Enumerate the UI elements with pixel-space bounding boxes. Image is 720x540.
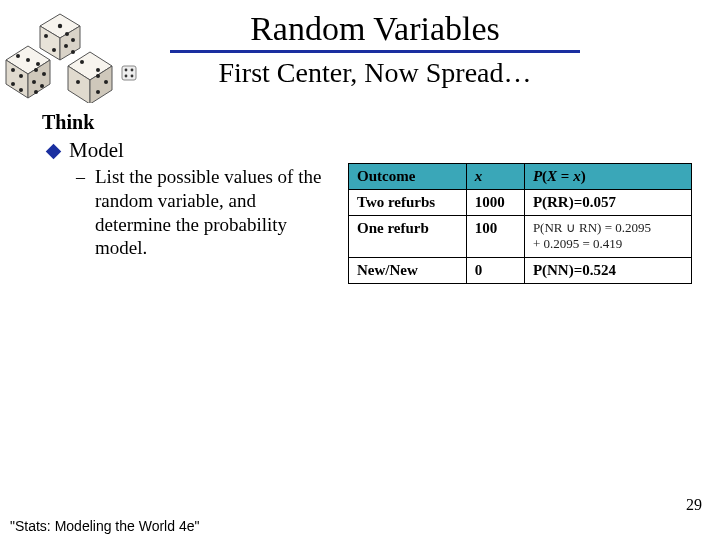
slide-header: Random Variables First Center, Now Sprea… — [0, 0, 720, 89]
sub-bullet-text: List the possible values of the random v… — [95, 165, 332, 260]
page-number: 29 — [686, 496, 702, 514]
bullet-model-label: Model — [69, 138, 124, 163]
sub-bullet-row: – List the possible values of the random… — [76, 165, 332, 260]
dash-bullet-icon: – — [76, 167, 85, 188]
left-column: Think Model – List the possible values o… — [42, 111, 332, 260]
bullet-model: Model — [48, 138, 332, 163]
right-column: Outcome x P(X = x) Two refurbs 1000 P(RR… — [348, 111, 692, 284]
union-formula-line1: P(NR ∪ RN) = 0.2095 — [533, 220, 683, 236]
footer-citation: "Stats: Modeling the World 4e" — [10, 518, 199, 534]
table-row: New/New 0 P(NN)=0.524 — [349, 258, 692, 284]
think-heading: Think — [42, 111, 332, 134]
table-header-row: Outcome x P(X = x) — [349, 164, 692, 190]
cell-outcome: Two refurbs — [349, 190, 467, 216]
cell-outcome: One refurb — [349, 216, 467, 258]
slide-title: Random Variables — [170, 10, 580, 53]
cell-px: P(NR ∪ RN) = 0.2095 + 0.2095 = 0.419 — [524, 216, 691, 258]
slide-subtitle: First Center, Now Spread… — [30, 57, 720, 89]
th-outcome: Outcome — [349, 164, 467, 190]
cell-x: 0 — [466, 258, 524, 284]
cell-x: 100 — [466, 216, 524, 258]
diamond-bullet-icon — [46, 144, 62, 160]
probability-table: Outcome x P(X = x) Two refurbs 1000 P(RR… — [348, 163, 692, 284]
union-formula-line2: + 0.2095 = 0.419 — [533, 236, 683, 252]
table-row: Two refurbs 1000 P(RR)=0.057 — [349, 190, 692, 216]
th-px: P(X = x) — [524, 164, 691, 190]
cell-outcome: New/New — [349, 258, 467, 284]
cell-px: P(NN)=0.524 — [524, 258, 691, 284]
th-x: x — [466, 164, 524, 190]
cell-px: P(RR)=0.057 — [524, 190, 691, 216]
cell-x: 1000 — [466, 190, 524, 216]
table-row: One refurb 100 P(NR ∪ RN) = 0.2095 + 0.2… — [349, 216, 692, 258]
slide-body: Think Model – List the possible values o… — [0, 89, 720, 284]
